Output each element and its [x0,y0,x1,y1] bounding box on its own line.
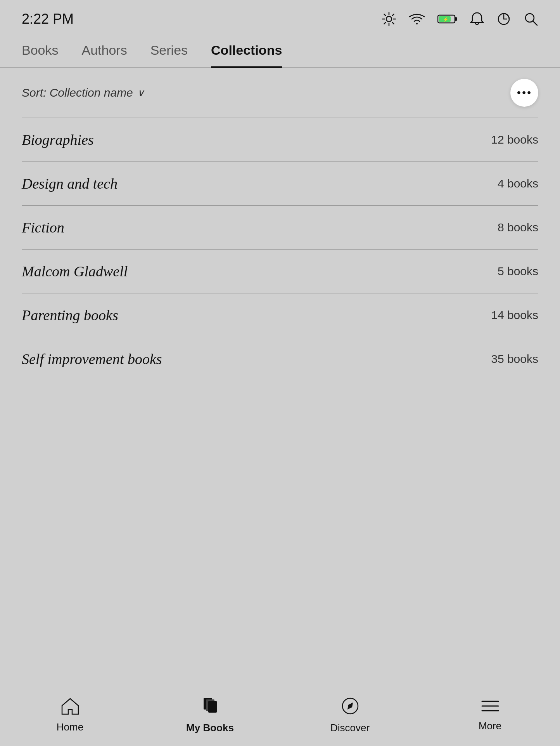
notification-icon[interactable] [470,12,484,26]
sort-control[interactable]: Sort: Collection name ∨ [22,86,144,99]
more-icon [480,698,500,717]
more-options-icon: ••• [517,86,532,100]
collection-item-design-tech[interactable]: Design and tech 4 books [22,161,538,205]
collection-name: Parenting books [22,307,118,324]
discover-icon [340,696,360,719]
search-icon[interactable] [524,12,538,26]
collection-count: 8 books [498,221,538,234]
collection-list: Biographies 12 books Design and tech 4 b… [0,118,560,381]
svg-rect-10 [455,17,457,21]
svg-text:⚡: ⚡ [443,16,449,22]
svg-line-6 [392,22,394,24]
svg-point-0 [386,16,392,22]
collection-item-biographies[interactable]: Biographies 12 books [22,118,538,161]
svg-line-5 [384,14,386,16]
nav-discover-label: Discover [330,722,370,734]
collection-name: Fiction [22,219,64,236]
tabs: Books Authors Series Collections [0,35,560,67]
tab-collections[interactable]: Collections [211,35,282,68]
nav-discover[interactable]: Discover [280,690,420,740]
tabs-container: Books Authors Series Collections [0,35,560,68]
sort-chevron-icon: ∨ [137,87,144,99]
status-bar: 2:22 PM [0,0,560,35]
collection-count: 4 books [498,177,538,190]
collection-name: Malcom Gladwell [22,263,128,280]
status-icons: ⚡ [382,12,538,26]
nav-more-label: More [479,720,501,732]
svg-line-8 [384,22,386,24]
more-options-button[interactable]: ••• [510,79,538,107]
screen: 2:22 PM [0,0,560,746]
nav-more[interactable]: More [420,692,560,738]
collection-count: 5 books [498,265,538,278]
my-books-icon [200,696,220,719]
tab-books[interactable]: Books [22,35,59,68]
svg-marker-20 [347,703,353,710]
collection-name: Biographies [22,131,94,148]
battery-icon: ⚡ [437,14,458,24]
collection-count: 14 books [491,309,538,322]
nav-my-books-label: My Books [186,722,234,734]
collection-name: Self improvement books [22,350,162,368]
nav-home[interactable]: Home [0,691,140,739]
bottom-nav: Home My Books Discover [0,684,560,746]
content-area: Sort: Collection name ∨ ••• Biographies … [0,68,560,746]
nav-my-books[interactable]: My Books [140,690,280,740]
sort-bar: Sort: Collection name ∨ ••• [0,68,560,118]
home-icon [60,697,80,718]
collection-item-fiction[interactable]: Fiction 8 books [22,205,538,249]
svg-line-7 [392,14,394,16]
status-time: 2:22 PM [22,11,74,27]
tab-authors[interactable]: Authors [82,35,127,68]
brightness-icon [382,12,396,26]
collection-count: 35 books [491,352,538,366]
sync-icon[interactable] [496,12,511,26]
collection-name: Design and tech [22,175,118,192]
wifi-icon [409,13,425,25]
collection-count: 12 books [491,133,538,146]
svg-rect-18 [208,701,217,713]
collection-item-self-improvement[interactable]: Self improvement books 35 books [22,337,538,381]
collection-item-malcom-gladwell[interactable]: Malcom Gladwell 5 books [22,249,538,293]
collection-item-parenting-books[interactable]: Parenting books 14 books [22,293,538,337]
nav-home-label: Home [57,721,83,733]
tab-series[interactable]: Series [150,35,188,68]
svg-line-15 [533,21,537,25]
